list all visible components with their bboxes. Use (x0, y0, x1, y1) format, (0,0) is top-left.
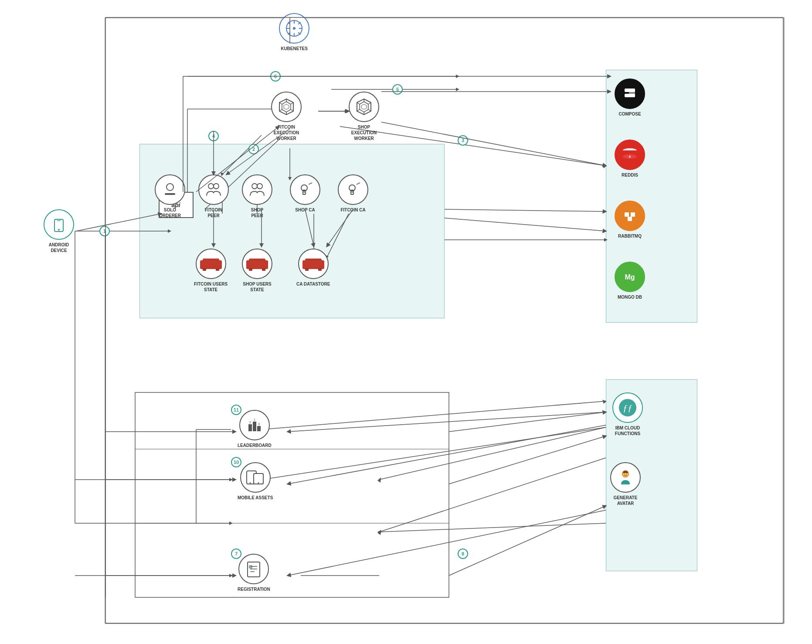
fitcoin-ca-label: FITCOIN CA (340, 207, 365, 213)
generate-avatar-node: GENERATEAVATAR (610, 462, 641, 506)
fitcoin-ca-node: FITCOIN CA (338, 174, 368, 213)
step-6-badge: 6 (270, 71, 281, 82)
svg-marker-60 (284, 104, 289, 109)
mongodb-label: MONGO DB (618, 294, 642, 300)
svg-line-90 (357, 183, 360, 184)
compose-icon (615, 78, 645, 109)
shop-peer-node: SHOPPEER (242, 174, 272, 218)
ibm-functions-icon: ƒƒ (612, 392, 643, 423)
svg-rect-130 (257, 426, 261, 431)
svg-rect-118 (628, 217, 632, 221)
fitcoin-state-node: FITCOIN USERSSTATE (194, 249, 228, 293)
android-node: ANDROIDDEVICE (44, 209, 74, 253)
svg-text:+: + (629, 154, 631, 159)
solo-orderer-label: SOLOORDERER (159, 207, 181, 218)
registration-node: REGISTRATION (238, 554, 270, 592)
svg-text:2: 2 (249, 420, 251, 424)
svg-point-46 (293, 27, 296, 30)
step-4-badge: 4 (208, 131, 219, 141)
shop-peer-icon (242, 174, 272, 205)
kubernetes-label: KUBENETES (281, 46, 308, 51)
svg-point-80 (214, 184, 219, 189)
step-3-badge: 3 (458, 135, 468, 146)
svg-rect-78 (165, 193, 175, 195)
svg-rect-102 (262, 268, 265, 271)
svg-line-86 (309, 183, 312, 184)
fitcoin-worker-icon (271, 92, 302, 122)
mongodb-node: Mg MONGO DB (615, 262, 645, 300)
shop-worker-node: SHOPEXECUTIONWORKER (349, 92, 379, 141)
svg-marker-69 (360, 102, 368, 112)
svg-rect-94 (203, 259, 219, 264)
registration-label: REGISTRATION (238, 586, 270, 592)
kubernetes-icon (279, 13, 309, 44)
rabbitmq-label: RABBITMQ (618, 233, 642, 239)
step-5-badge: 5 (392, 84, 403, 95)
shop-state-icon (242, 249, 272, 279)
svg-rect-101 (249, 268, 252, 271)
svg-marker-59 (282, 102, 291, 112)
fitcoin-worker-node: FITCOINEXECUTIONWORKER (271, 92, 302, 141)
svg-point-82 (257, 184, 262, 189)
svg-point-126 (624, 473, 625, 474)
fitcoin-ca-icon (338, 174, 368, 205)
step-1-badge: 1 (99, 226, 110, 236)
svg-rect-108 (318, 268, 322, 271)
svg-marker-70 (361, 104, 367, 109)
ibm-functions-label: IBM CLOUDFUNCTIONS (615, 425, 640, 436)
generate-avatar-icon (610, 462, 641, 493)
compose-node: COMPOSE (615, 78, 645, 117)
architecture-diagram: { "title": "Architecture Diagram", "node… (0, 0, 812, 644)
leaderboard-icon: 2 1 3 (239, 410, 270, 440)
shop-state-label: SHOP USERSSTATE (243, 281, 271, 293)
registration-icon (238, 554, 269, 584)
svg-text:Mg: Mg (625, 273, 635, 281)
step-10-badge: 10 (231, 457, 241, 467)
svg-text:1: 1 (254, 418, 256, 422)
mongodb-icon: Mg (615, 262, 645, 292)
shop-peer-label: SHOPPEER (251, 207, 263, 218)
svg-rect-117 (631, 212, 635, 217)
svg-rect-116 (625, 212, 629, 217)
step-7-badge: 7 (231, 549, 241, 559)
shop-ca-node: SHOP CA (290, 174, 320, 213)
svg-point-77 (166, 184, 173, 191)
svg-point-81 (252, 184, 257, 189)
svg-rect-139 (248, 562, 260, 577)
step-2-badge: 2 (248, 144, 259, 154)
fitcoin-peer-label: FITCOINPEER (205, 207, 222, 218)
svg-point-79 (208, 184, 214, 189)
solo-orderer-node: SOLOORDERER (155, 174, 185, 218)
redis-label: REDDIS (622, 172, 638, 178)
svg-rect-91 (202, 263, 220, 269)
fitcoin-worker-label: FITCOINEXECUTIONWORKER (274, 124, 299, 141)
mobile-assets-node: MOBILE ASSETS (238, 462, 273, 501)
redis-icon: + (615, 140, 645, 170)
shop-worker-label: SHOPEXECUTIONWORKER (351, 124, 377, 141)
fitcoin-state-icon (196, 249, 226, 279)
svg-rect-128 (248, 424, 252, 431)
shop-ca-icon (290, 174, 320, 205)
svg-rect-100 (249, 259, 265, 264)
svg-rect-96 (216, 268, 219, 271)
svg-text:ƒƒ: ƒƒ (623, 402, 632, 413)
solo-orderer-icon (155, 174, 185, 205)
generate-avatar-label: GENERATEAVATAR (614, 495, 638, 506)
ibm-functions-node: ƒƒ IBM CLOUDFUNCTIONS (612, 392, 643, 436)
compose-label: COMPOSE (618, 111, 641, 117)
svg-text:3: 3 (258, 422, 260, 426)
svg-rect-97 (248, 263, 266, 269)
fitcoin-state-label: FITCOIN USERSSTATE (194, 281, 228, 293)
svg-point-127 (626, 473, 627, 474)
blockchain-region (139, 144, 445, 318)
step-8-badge: 8 (458, 549, 468, 559)
android-label: ANDROIDDEVICE (49, 242, 69, 253)
svg-rect-103 (304, 263, 323, 269)
leaderboard-label: LEADERBOARD (238, 443, 272, 448)
step-11-badge: 11 (231, 405, 241, 415)
shop-worker-icon (349, 92, 379, 122)
redis-node: + REDDIS (615, 140, 645, 178)
ca-datastore-label: CA DATASTORE (296, 281, 330, 287)
shop-state-node: SHOP USERSSTATE (242, 249, 272, 293)
svg-rect-129 (253, 422, 256, 431)
